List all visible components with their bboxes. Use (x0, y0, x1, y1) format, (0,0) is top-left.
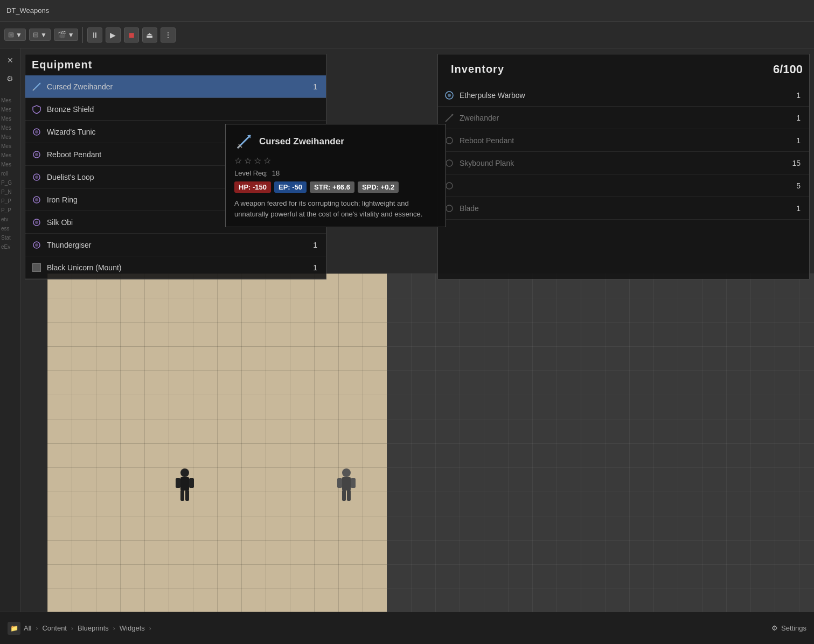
item-name-1: Bronze Shield (47, 105, 304, 114)
footer: 📁 All › Content › Blueprints › Widgets ›… (0, 612, 814, 644)
stop-icon: ⏹ (128, 31, 135, 39)
equipment-item-8[interactable]: Black Unicorn (Mount) 1 (25, 256, 326, 279)
inv-count-1: 1 (788, 114, 804, 122)
svg-rect-11 (347, 490, 351, 501)
settings-icon[interactable]: ⚙ (3, 71, 18, 86)
breadcrumb-sep-3: › (113, 625, 115, 632)
footer-folder-icon: 📁 (8, 622, 20, 635)
svg-point-32 (446, 160, 453, 166)
inventory-item-0[interactable]: Etherpulse Warbow 1 (438, 84, 809, 107)
dropdown3[interactable]: 🎬 ▼ (54, 29, 78, 41)
toolbar: ⊞ ▼ ⊟ ▼ 🎬 ▼ ⏸ ▶ ⏹ ⏏ ⋮ (0, 22, 814, 48)
log-mes-2: Mes (0, 105, 20, 114)
inventory-item-2[interactable]: Reboot Pendant 1 (438, 129, 809, 152)
tooltip-name: Cursed Zweihander (259, 136, 344, 147)
dropdown2[interactable]: ⊟ ▼ (29, 29, 51, 41)
pause-icon: ⏸ (91, 31, 99, 39)
breadcrumb-sep-4: › (149, 625, 151, 632)
separator1 (82, 27, 83, 43)
pause-button[interactable]: ⏸ (87, 27, 102, 43)
svg-point-33 (446, 183, 453, 189)
title-bar: DT_Weapons (0, 0, 814, 22)
inv-count-4: 5 (788, 181, 804, 190)
inventory-item-5[interactable]: Blade 1 (438, 197, 809, 220)
star-1: ☆ (234, 156, 242, 166)
item-icon-ring2 (31, 194, 43, 206)
log-ess: ess (0, 224, 20, 233)
settings-gear-icon: ⚙ (771, 624, 778, 632)
tooltip-stars: ☆ ☆ ☆ ☆ (234, 156, 437, 166)
inv-name-5: Blade (460, 204, 788, 213)
dropdown3-arrow: ▼ (68, 31, 74, 39)
svg-rect-1 (180, 477, 189, 491)
breadcrumb-widgets[interactable]: Widgets (120, 624, 145, 632)
inventory-item-1[interactable]: Zweihander 1 (438, 107, 809, 129)
breadcrumb-sep-2: › (71, 625, 73, 632)
svg-point-0 (180, 468, 189, 477)
log-mes-6: Mes (0, 142, 20, 151)
log-eev: eEv (0, 242, 20, 251)
character-sprite-1 (171, 466, 198, 504)
eject-button[interactable]: ⏏ (142, 27, 157, 43)
stat-spd: SPD: +0.2 (358, 181, 399, 193)
inv-name-3: Skybound Plank (460, 159, 788, 167)
equipment-item-1[interactable]: Bronze Shield (25, 98, 326, 121)
breadcrumb-sep-1: › (36, 625, 38, 632)
close-icon[interactable]: ✕ (3, 53, 18, 68)
stat-ep: EP: -50 (274, 181, 307, 193)
inv-count-0: 1 (788, 91, 804, 100)
svg-rect-10 (342, 490, 346, 501)
stat-hp: HP: -150 (234, 181, 271, 193)
item-name-8: Black Unicorn (Mount) (47, 263, 304, 272)
item-tooltip: Cursed Zweihander ☆ ☆ ☆ ☆ Level Req: 18 … (225, 124, 446, 227)
svg-rect-9 (351, 478, 356, 488)
log-pn: P_N (0, 187, 20, 197)
tooltip-weapon-icon (234, 132, 254, 151)
window-title: DT_Weapons (6, 6, 49, 15)
item-count-7: 1 (304, 241, 321, 249)
dropdown2-arrow: ▼ (40, 31, 47, 39)
item-name-0: Cursed Zweihander (47, 82, 304, 91)
more-button[interactable]: ⋮ (161, 27, 176, 43)
log-mes-5: Mes (0, 132, 20, 142)
grid-floor-right (387, 274, 814, 612)
inventory-item-3[interactable]: Skybound Plank 15 (438, 152, 809, 174)
play-button[interactable]: ▶ (106, 27, 121, 43)
dropdown1[interactable]: ⊞ ▼ (4, 29, 26, 41)
eject-icon: ⏏ (146, 31, 153, 39)
stat-str: STR: +66.6 (310, 181, 354, 193)
inv-icon-bow (443, 89, 455, 101)
inv-name-0: Etherpulse Warbow (460, 91, 788, 100)
item-icon-sword (31, 81, 43, 93)
inv-name-1: Zweihander (460, 114, 788, 122)
log-mes-8: Mes (0, 160, 20, 169)
svg-point-20 (35, 176, 38, 179)
inventory-item-4[interactable]: 5 (438, 174, 809, 197)
log-pp1: P_P (0, 197, 20, 206)
svg-rect-5 (185, 490, 189, 501)
svg-rect-7 (342, 477, 351, 491)
breadcrumb-content[interactable]: Content (42, 624, 67, 632)
item-icon-tunic (31, 126, 43, 138)
breadcrumb-blueprints[interactable]: Blueprints (78, 624, 109, 632)
item-icon-ring (31, 171, 43, 183)
inv-count-5: 1 (788, 204, 804, 213)
item-icon-obi (31, 216, 43, 228)
inventory-header: Inventory 6/100 (438, 54, 809, 84)
inv-count-2: 1 (788, 136, 804, 145)
left-sidebar: ✕ ⚙ Mes Mes Mes Mes Mes Mes Mes Mes roll… (0, 48, 20, 612)
inventory-title: Inventory (444, 59, 511, 80)
breadcrumb-all[interactable]: All (24, 624, 31, 632)
stop-button[interactable]: ⏹ (124, 27, 139, 43)
item-count-0: 1 (304, 82, 321, 91)
equipment-item-0[interactable]: Cursed Zweihander 1 (25, 75, 326, 98)
settings-button[interactable]: ⚙ Settings (771, 624, 806, 632)
log-mes-1: Mes (0, 96, 20, 105)
breadcrumb: All › Content › Blueprints › Widgets › (24, 624, 768, 632)
equipment-item-7[interactable]: Thundergiser 1 (25, 234, 326, 256)
settings-label: Settings (781, 624, 806, 632)
dropdown1-arrow: ▼ (16, 31, 22, 39)
item-count-8: 1 (304, 263, 321, 272)
svg-point-18 (35, 153, 38, 156)
log-pp2: P_P (0, 206, 20, 215)
